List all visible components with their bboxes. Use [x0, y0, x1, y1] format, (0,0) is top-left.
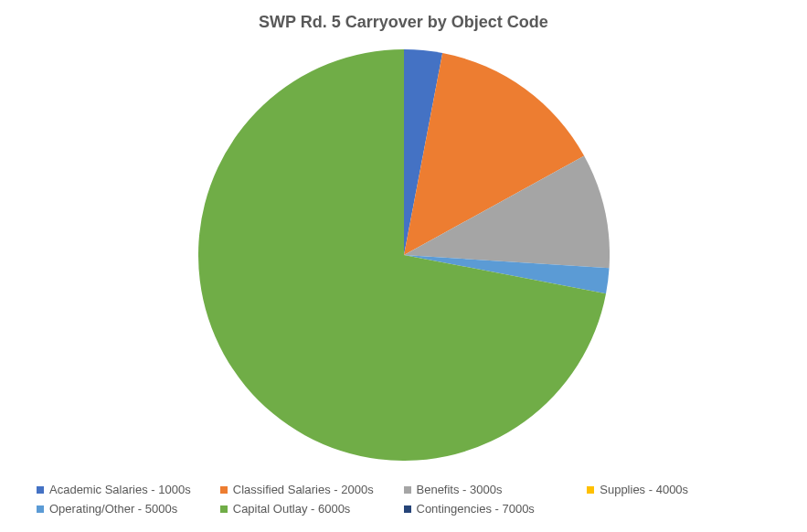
legend-item: Capital Outlay - 6000s — [220, 502, 404, 516]
legend-swatch-icon — [404, 486, 411, 494]
legend-item: Benefits - 3000s — [404, 483, 588, 496]
legend-label: Benefits - 3000s — [417, 483, 503, 496]
legend-swatch-icon — [37, 486, 44, 494]
legend: Academic Salaries - 1000s Classified Sal… — [37, 483, 770, 516]
legend-label: Contingencies - 7000s — [417, 502, 535, 516]
legend-item: Contingencies - 7000s — [404, 502, 588, 516]
chart-container: SWP Rd. 5 Carryover by Object Code Acade… — [0, 0, 807, 532]
legend-swatch-icon — [587, 486, 594, 494]
legend-swatch-icon — [220, 505, 228, 513]
legend-item: Supplies - 4000s — [587, 483, 770, 496]
legend-label: Capital Outlay - 6000s — [233, 502, 351, 516]
legend-label: Classified Salaries - 2000s — [233, 483, 374, 496]
legend-label: Supplies - 4000s — [600, 483, 688, 496]
legend-label: Academic Salaries - 1000s — [49, 483, 191, 496]
legend-swatch-icon — [404, 505, 411, 513]
legend-item: Classified Salaries - 2000s — [220, 483, 404, 496]
legend-label: Operating/Other - 5000s — [49, 502, 177, 516]
legend-swatch-icon — [220, 486, 228, 494]
chart-title: SWP Rd. 5 Carryover by Object Code — [0, 13, 807, 32]
pie-chart — [198, 49, 610, 461]
legend-item: Operating/Other - 5000s — [37, 502, 220, 516]
legend-item: Academic Salaries - 1000s — [37, 483, 220, 496]
legend-swatch-icon — [37, 505, 44, 513]
